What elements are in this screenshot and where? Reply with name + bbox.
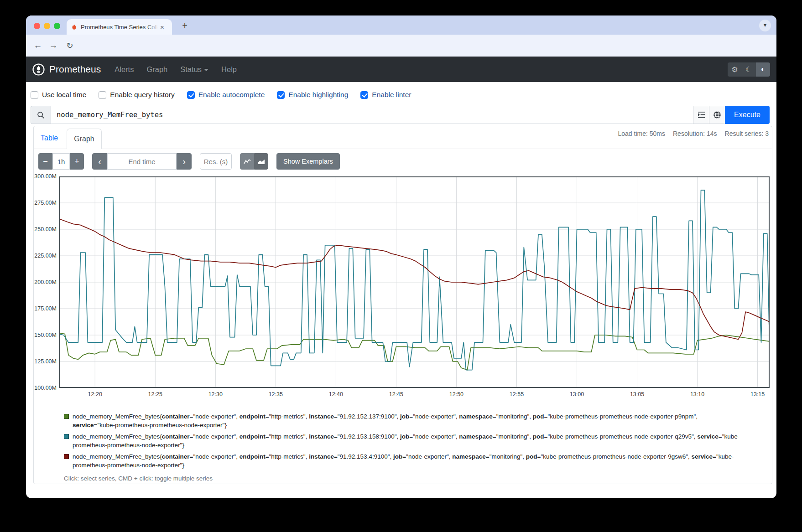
stacked-chart-icon	[258, 159, 265, 165]
browser-tab[interactable]: Prometheus Time Series Colle ×	[67, 19, 172, 35]
load-time: Load time: 50ms	[618, 130, 666, 137]
result-series: Result series: 3	[725, 130, 769, 137]
screen: Prometheus Time Series Colle × + ▾ ← → ↻…	[0, 0, 802, 532]
x-tick-label: 12:35	[261, 391, 290, 398]
checkbox-label[interactable]: Enable linter	[372, 91, 411, 99]
checkbox-enable-query-history[interactable]: Enable query history	[99, 91, 174, 99]
nav-link-graph[interactable]: Graph	[146, 65, 167, 74]
x-tick-label: 13:05	[623, 391, 652, 398]
checkbox-enable-autocomplete[interactable]: Enable autocomplete	[187, 91, 265, 99]
auto-theme-contrast-icon[interactable]: ◐	[756, 62, 770, 77]
x-tick-label: 13:10	[683, 391, 712, 398]
chevron-down-icon	[204, 69, 208, 71]
checkbox-icon[interactable]	[99, 91, 106, 99]
legend-color-swatch	[64, 414, 69, 419]
prometheus-navbar: Prometheus Alerts Graph Status Help ⚙ ☾ …	[26, 57, 776, 82]
metrics-explorer-globe-icon	[713, 111, 721, 119]
legend-series-label[interactable]: node_memory_MemFree_bytes{container="nod…	[73, 453, 734, 469]
graph-toolbar: − + ‹ ›	[38, 153, 340, 170]
legend-series-label[interactable]: node_memory_MemFree_bytes{container="nod…	[73, 413, 698, 429]
show-exemplars-button[interactable]: Show Exemplars	[276, 153, 340, 170]
series-91.92.153.4:9100[interactable]	[59, 219, 770, 340]
legend-entry[interactable]: node_memory_MemFree_bytes{container="nod…	[64, 432, 741, 449]
stacked-chart-toggle[interactable]	[254, 153, 268, 170]
brand-title[interactable]: Prometheus	[49, 64, 101, 75]
y-tick-label: 150.00M	[34, 332, 57, 338]
checkbox-label[interactable]: Enable autocomplete	[198, 91, 265, 99]
line-chart-icon	[244, 159, 251, 165]
resolution-input[interactable]	[200, 153, 232, 170]
range-decrease-button[interactable]: −	[38, 153, 52, 170]
checkbox-label[interactable]: Use local time	[42, 91, 86, 99]
y-tick-label: 175.00M	[34, 305, 57, 312]
query-expression-input[interactable]	[51, 106, 693, 124]
x-tick-label: 12:50	[442, 391, 471, 398]
settings-gear-icon[interactable]: ⚙	[728, 62, 742, 77]
x-tick-label: 12:55	[502, 391, 531, 398]
dark-theme-moon-icon[interactable]: ☾	[742, 62, 756, 77]
back-icon[interactable]: ←	[31, 39, 44, 52]
reload-icon[interactable]: ↻	[63, 39, 76, 52]
x-tick-label: 12:40	[321, 391, 350, 398]
legend-color-swatch	[64, 434, 69, 439]
x-tick-label: 12:30	[201, 391, 230, 398]
tabs-divider	[34, 149, 772, 149]
format-expression-button[interactable]	[693, 106, 709, 124]
resolution: Resolution: 14s	[673, 130, 717, 137]
y-tick-label: 275.00M	[34, 200, 57, 206]
legend-color-swatch	[64, 454, 69, 459]
series-91.92.153.158:9100[interactable]	[59, 190, 770, 370]
tab-close-icon[interactable]: ×	[160, 24, 164, 31]
metrics-explorer-button[interactable]	[709, 106, 725, 124]
range-input[interactable]	[52, 153, 70, 170]
y-tick-label: 225.00M	[34, 253, 57, 259]
x-tick-label: 13:00	[562, 391, 591, 398]
y-tick-label: 250.00M	[34, 226, 57, 232]
tab-table[interactable]: Table	[41, 134, 58, 142]
nav-link-alerts[interactable]: Alerts	[115, 65, 134, 74]
browser-toolbar: ← → ↻ i localhost:9090/graph?g0.expr=nod…	[26, 35, 776, 57]
execute-button[interactable]: Execute	[725, 106, 770, 124]
forward-icon[interactable]: →	[47, 39, 60, 52]
legend-entry[interactable]: node_memory_MemFree_bytes{container="nod…	[64, 452, 741, 470]
prometheus-logo[interactable]	[32, 63, 45, 76]
tab-graph[interactable]: Graph	[67, 129, 102, 149]
tab-search-chevron-icon[interactable]: ▾	[759, 20, 771, 31]
y-tick-label: 300.00M	[34, 173, 57, 180]
checkbox-label[interactable]: Enable query history	[110, 91, 174, 99]
line-chart-toggle[interactable]	[240, 153, 254, 170]
checkbox-icon[interactable]	[360, 91, 368, 99]
checkbox-icon[interactable]	[277, 91, 285, 99]
checkbox-use-local-time[interactable]: Use local time	[31, 91, 86, 99]
tab-strip: Prometheus Time Series Colle × + ▾	[26, 15, 776, 35]
traffic-light-close[interactable]	[34, 23, 40, 29]
nav-link-help[interactable]: Help	[221, 65, 237, 74]
range-increase-button[interactable]: +	[70, 153, 84, 170]
new-tab-button[interactable]: +	[178, 20, 191, 32]
checkbox-label[interactable]: Enable highlighting	[288, 91, 348, 99]
checkbox-enable-highlighting[interactable]: Enable highlighting	[277, 91, 348, 99]
time-forward-button[interactable]: ›	[177, 153, 192, 170]
time-back-button[interactable]: ‹	[92, 153, 107, 170]
legend-series-label[interactable]: node_memory_MemFree_bytes{container="nod…	[73, 433, 740, 449]
search-addon	[31, 106, 51, 124]
checkbox-icon[interactable]	[31, 91, 38, 99]
nav-link-status[interactable]: Status	[180, 65, 208, 74]
series-91.92.152.137:9100[interactable]	[59, 333, 770, 370]
traffic-light-minimize[interactable]	[44, 23, 50, 29]
query-panel: Load time: 50ms Resolution: 14s Result s…	[33, 126, 772, 484]
prometheus-favicon	[71, 24, 77, 31]
checkbox-icon[interactable]	[187, 91, 195, 99]
end-time-input[interactable]	[107, 153, 177, 170]
legend-entry[interactable]: node_memory_MemFree_bytes{container="nod…	[64, 412, 741, 429]
settings-row: Use local time Enable query history Enab…	[31, 90, 411, 100]
y-tick-label: 125.00M	[34, 358, 57, 365]
query-row: Execute	[31, 106, 770, 124]
traffic-light-zoom[interactable]	[54, 23, 60, 29]
format-indent-icon	[698, 112, 705, 119]
checkbox-enable-linter[interactable]: Enable linter	[360, 91, 411, 99]
tab-title: Prometheus Time Series Colle	[81, 24, 158, 31]
y-tick-label: 100.00M	[34, 385, 57, 391]
chart-plot-area[interactable]	[59, 176, 770, 388]
x-tick-label: 12:25	[141, 391, 170, 398]
